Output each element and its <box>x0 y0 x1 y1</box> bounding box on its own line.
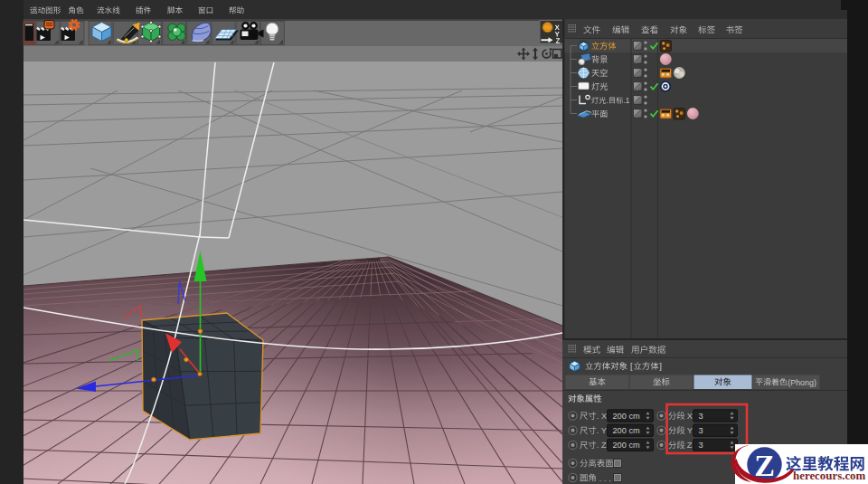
svg-text:Z: Z <box>754 449 775 482</box>
svg-text:3: 3 <box>699 426 703 435</box>
svg-text:200 cm: 200 cm <box>613 441 640 450</box>
svg-text:. X: . X <box>597 411 608 421</box>
svg-text:200 cm: 200 cm <box>613 426 640 435</box>
svg-text:. . .: . . . <box>599 473 611 483</box>
svg-text:Z: Z <box>687 440 693 450</box>
svg-text:herecours.com: herecours.com <box>793 470 866 482</box>
svg-text:3: 3 <box>699 412 703 421</box>
svg-text:200 cm: 200 cm <box>613 412 640 421</box>
svg-text:X: X <box>687 411 693 421</box>
svg-text:(Phong): (Phong) <box>788 378 816 387</box>
svg-text:[: [ <box>630 361 633 371</box>
svg-text:. Y: . Y <box>597 425 608 435</box>
svg-text:.1: .1 <box>624 97 630 105</box>
svg-text:.: . <box>607 97 609 105</box>
svg-text:]: ] <box>659 361 662 371</box>
svg-text:Y: Y <box>687 425 693 435</box>
svg-text:. Z: . Z <box>597 440 607 450</box>
svg-text:3: 3 <box>699 441 703 450</box>
